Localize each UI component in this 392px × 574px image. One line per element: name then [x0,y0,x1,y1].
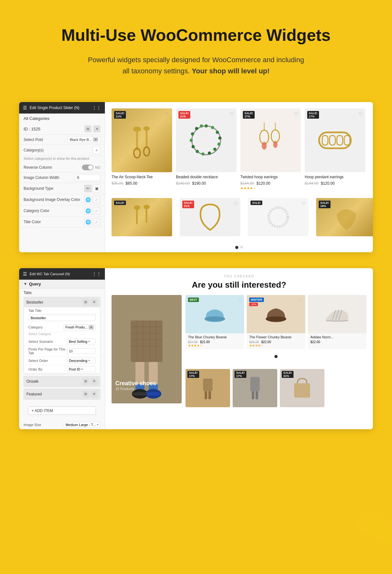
product-card-2[interactable]: SALE!21% ♡ [176,108,236,192]
clear-category[interactable]: ✕ [89,325,94,329]
preview2-title: Are you still interested? [112,280,367,290]
category-hint: Select category(s) to show for this prod… [19,156,105,162]
copy-tab-button[interactable]: ⧉ [82,299,89,306]
category-color-slash-button[interactable]: ⟋ [93,207,100,215]
wishlist-button-2[interactable]: ♡ [229,111,234,117]
onsale-tab-item: Onsale ⧉ ✕ [24,376,100,387]
svg-rect-35 [146,209,147,223]
add-category-button[interactable]: ＋ [93,146,100,154]
bg-type-image-button[interactable]: ▣ [93,185,100,192]
tab-title-label: Tab Title [28,309,96,313]
scenario-row: Select Scenario Best Selling ▾ [24,337,100,346]
sneaker-image [324,301,350,327]
bg-overlay-globe-button[interactable]: 🌐 [84,196,92,203]
dot-2[interactable] [240,246,243,248]
posts-per-page-input[interactable]: 10 [67,348,96,354]
bg-type-pen-button[interactable]: ✏ [84,185,92,192]
grid-icon[interactable]: ⋮⋮ [92,105,101,110]
reverse-column-toggle[interactable] [82,165,93,170]
svg-point-20 [200,124,203,128]
hero-product-card[interactable]: MEN [112,295,182,403]
sale-badge-4: SALE!17% [307,111,319,119]
wishlist-small-2[interactable]: ♡ [299,298,303,303]
bottom-product-card-3[interactable]: SALE!31% [280,369,324,407]
copy-featured-button[interactable]: ⧉ [82,391,89,398]
select-post-row: Select Post Black Rye B... ✕ [19,135,105,145]
widget1-panel-title: Edit Single Product Slider (N) [30,106,79,110]
wishlist-button-3[interactable]: ♡ [294,111,298,117]
title-color-slash-button[interactable]: ⟋ [93,218,100,226]
wishlist-button-r2-3[interactable]: ♡ [301,201,306,207]
query-section-label: Query [29,282,41,286]
select-order-select[interactable]: Descending ▾ [67,358,96,364]
copy-id-button[interactable]: ⧉ [84,125,91,132]
bg-overlay-slash-button[interactable]: ⟋ [93,196,100,203]
order-by-select[interactable]: Post ID ▾ [67,366,96,372]
add-item-button[interactable]: + ADD ITEM [28,407,96,415]
close-onsale-button[interactable]: ✕ [91,378,98,385]
svg-rect-65 [205,391,207,399]
small-product-card-2[interactable]: WINTER -15% ♡ [247,295,305,349]
svg-point-26 [273,141,278,148]
select-post-label: Select Post [24,137,68,142]
product-card-r2-2[interactable]: SALE!21% ♡ [180,198,240,236]
bottom-product-card-2[interactable]: SALE!17% [233,369,277,407]
scenario-select[interactable]: Best Selling ▾ [67,339,96,344]
bottom-product-image-2 [242,375,268,401]
product-grid-row1: SALE!11% ♡ The Air Scoo [105,102,373,198]
small-product-card-3[interactable]: Adidas Norm... $22.00 [308,295,367,349]
select-order-row: Select Order Descending ▾ [24,357,100,365]
clear-select-post[interactable]: ✕ [93,137,98,142]
wishlist-button-r2-1[interactable]: ♡ [165,201,170,207]
product-card-3[interactable]: SALE!17% ♡ [240,108,301,192]
image-column-width-input[interactable]: 6 [75,174,100,181]
chevron-down-icon: ▼ [24,282,27,286]
product-card-4[interactable]: SALE!17% ♡ Hoop pendant [305,108,365,192]
category-color-globe-button[interactable]: 🌐 [84,207,92,215]
bg-overlay-label: Background Image Overlay Color [24,197,84,202]
close-id-button[interactable]: ✕ [93,125,100,132]
close-featured-button[interactable]: ✕ [91,391,98,398]
small-product-name-1: The Blue Chunky Beanie [188,335,242,339]
svg-point-16 [192,145,195,148]
price-new-4: $120.00 [321,181,335,186]
image-size-label: Image Size [24,423,64,427]
hamburger-icon-2[interactable]: ☰ [23,271,27,276]
wishlist-button-r2-2[interactable]: ♡ [233,201,238,207]
query-section[interactable]: ▼ Query [19,280,105,289]
grid-icon-2[interactable]: ⋮⋮ [92,271,101,276]
wishlist-small-1[interactable]: ♡ [237,298,242,303]
close-tab-button[interactable]: ✕ [91,299,98,306]
product-card-r2-3[interactable]: SALE! ♡ [248,198,309,236]
bottom-product-card-1[interactable]: SALE!17% [185,369,230,407]
badge-winter: WINTER [249,298,264,302]
tab-title-input[interactable] [28,315,96,321]
add-item-label: + ADD ITEM [32,408,53,413]
product-card-1[interactable]: SALE!11% ♡ The Air Scoo [112,108,172,192]
bottom-product-image-3 [289,375,315,401]
wishlist-button-r2-4[interactable]: ♡ [370,201,373,207]
hero-product-name: Creative shoes [115,380,156,387]
svg-rect-67 [250,377,260,391]
svg-rect-64 [203,379,213,391]
price-new-2: $190.00 [192,181,206,186]
wishlist-button-1[interactable]: ♡ [165,111,170,117]
beanie-image-2 [263,301,289,327]
product-card-r2-4[interactable]: SALE!19% ♡ [316,198,373,236]
svg-point-19 [195,127,198,130]
widget2-demo: ☰ Edit WC Tab Carousel (N) ⋮⋮ ▼ Query Ta… [19,268,373,429]
wishlist-button-4[interactable]: ♡ [358,111,363,117]
image-size-select[interactable]: Medium Large - 7... ▾ [64,422,100,428]
title-color-globe-button[interactable]: 🌐 [84,218,92,226]
category-select[interactable]: Fresh Produ... ✕ [63,324,96,330]
select-post-dropdown[interactable]: Black Rye B... ✕ [68,136,100,143]
hamburger-icon[interactable]: ☰ [23,105,27,110]
preview2-dot-1[interactable] [274,355,278,358]
dot-1[interactable] [235,246,238,249]
demo-section: ☰ Edit Single Product Slider (N) ⋮⋮ All … [0,96,392,458]
reverse-column-label: Reverse Column [24,165,82,170]
copy-onsale-button[interactable]: ⧉ [82,378,89,385]
product-card-r2-1[interactable]: SALE! ♡ [112,198,172,236]
small-product-card-1[interactable]: BEST ♡ Th [185,295,244,349]
preview2-dots [185,352,367,361]
